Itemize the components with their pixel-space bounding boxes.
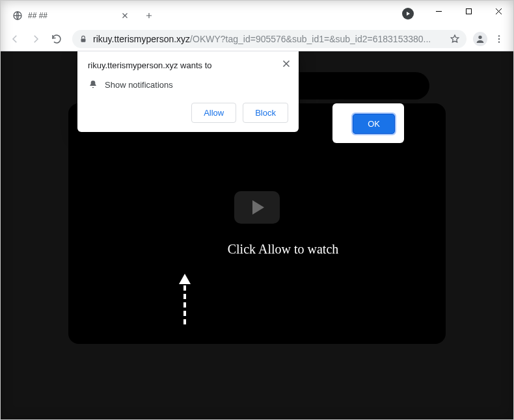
forward-button[interactable] [27, 30, 45, 48]
kebab-menu-icon[interactable] [490, 30, 508, 48]
tab-strip: ## ## [1, 1, 513, 27]
permission-row: Show notifications [88, 79, 288, 90]
dialog-title: rikuy.tterismyperson.xyz wants to [88, 60, 288, 70]
reload-button[interactable] [47, 30, 66, 48]
minimize-button[interactable] [424, 1, 453, 21]
page-content: pcrisk.com Click Allow to watch rikuy.tt… [1, 51, 513, 419]
url-text: rikuy.tterismyperson.xyz/OKWY?tag_id=905… [93, 34, 431, 44]
address-bar[interactable]: rikuy.tterismyperson.xyz/OKWY?tag_id=905… [72, 30, 467, 48]
bell-icon [88, 79, 98, 90]
browser-window: ## ## [0, 0, 514, 420]
window-controls [398, 1, 513, 27]
bookmark-star-icon[interactable] [450, 34, 460, 44]
svg-point-3 [478, 35, 481, 38]
globe-icon [12, 10, 23, 21]
notification-permission-dialog: rikuy.tterismyperson.xyz wants to Show n… [77, 51, 299, 132]
tab-title: ## ## [28, 11, 115, 20]
browser-tab[interactable]: ## ## [6, 5, 136, 27]
lock-icon [79, 34, 88, 44]
svg-rect-1 [466, 8, 471, 14]
cta-text: Click Allow to watch [228, 242, 339, 257]
dialog-actions: Allow Block [88, 103, 288, 123]
maximize-button[interactable] [453, 1, 483, 21]
svg-point-6 [498, 41, 500, 42]
arrow-up-icon [179, 274, 191, 324]
ok-dialog: OK [332, 103, 404, 143]
back-button[interactable] [6, 30, 24, 48]
svg-point-4 [498, 35, 500, 36]
svg-point-5 [498, 38, 500, 39]
block-button[interactable]: Block [243, 103, 288, 123]
close-window-button[interactable] [483, 1, 513, 21]
media-playing-icon[interactable] [398, 3, 418, 24]
dialog-close-button[interactable] [280, 58, 292, 70]
profile-avatar[interactable] [473, 32, 487, 46]
svg-rect-2 [81, 38, 86, 42]
play-button[interactable] [234, 191, 280, 224]
new-tab-button[interactable] [140, 7, 158, 25]
ok-button[interactable]: OK [353, 114, 395, 134]
permission-label: Show notifications [105, 80, 173, 90]
close-tab-button[interactable] [120, 11, 129, 20]
toolbar: rikuy.tterismyperson.xyz/OKWY?tag_id=905… [1, 27, 513, 51]
allow-button[interactable]: Allow [191, 103, 236, 123]
